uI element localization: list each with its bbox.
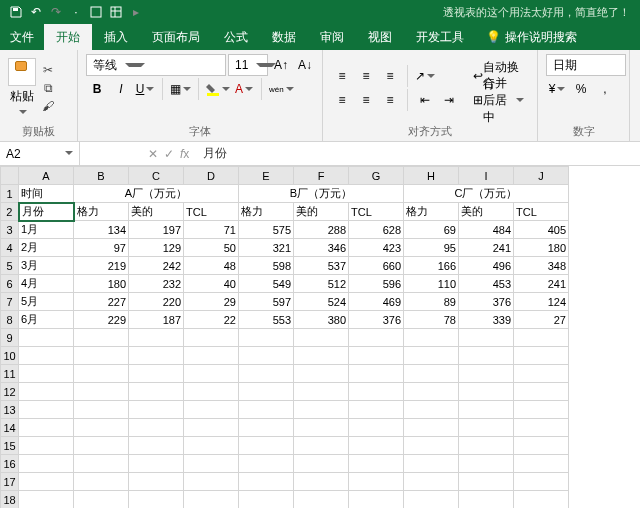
merge-center-button[interactable]: ⊞ 合并后居中 [468,89,529,111]
percent-icon[interactable]: % [570,78,592,100]
row-header[interactable]: 3 [1,221,19,239]
cell[interactable] [514,383,569,401]
tell-me[interactable]: 💡操作说明搜索 [476,24,587,50]
cell[interactable] [459,383,514,401]
cell[interactable] [459,491,514,509]
cell[interactable] [239,491,294,509]
cell[interactable]: 512 [294,275,349,293]
row-header[interactable]: 13 [1,401,19,419]
cell[interactable] [349,401,404,419]
number-format-select[interactable]: 日期 [546,54,626,76]
cell[interactable]: 575 [239,221,294,239]
cell[interactable]: 453 [459,275,514,293]
cell[interactable]: TCL [349,203,404,221]
cell[interactable] [404,365,459,383]
cell[interactable] [129,365,184,383]
cell[interactable]: 格力 [74,203,129,221]
cell[interactable]: 524 [294,293,349,311]
cell[interactable]: 40 [184,275,239,293]
underline-button[interactable]: U [134,78,156,100]
cell[interactable]: 376 [459,293,514,311]
cell[interactable] [459,401,514,419]
tab-formulas[interactable]: 公式 [212,24,260,50]
cell[interactable] [349,383,404,401]
cell[interactable]: 时间 [19,185,74,203]
cell[interactable] [349,347,404,365]
font-color-button[interactable]: A [233,78,255,100]
cell[interactable] [514,455,569,473]
cell[interactable] [74,347,129,365]
cell[interactable]: 197 [129,221,184,239]
cell[interactable]: 241 [514,275,569,293]
cell[interactable]: 95 [404,239,459,257]
paste-button[interactable]: 粘贴 [8,58,36,118]
cell[interactable] [74,383,129,401]
cell[interactable]: 346 [294,239,349,257]
col-header[interactable]: I [459,167,514,185]
cell[interactable] [19,455,74,473]
increase-font-icon[interactable]: A↑ [270,54,292,76]
col-header[interactable]: C [129,167,184,185]
cell[interactable]: 美的 [129,203,184,221]
col-header[interactable]: H [404,167,459,185]
tab-insert[interactable]: 插入 [92,24,140,50]
indent-decrease-icon[interactable]: ⇤ [414,89,436,111]
cell[interactable] [129,329,184,347]
formula-input[interactable]: 月份 [197,145,640,162]
cell[interactable] [74,329,129,347]
cell[interactable]: 660 [349,257,404,275]
select-all[interactable] [1,167,19,185]
name-box[interactable]: A2 [0,142,80,165]
cell[interactable] [74,401,129,419]
enter-icon[interactable]: ✓ [164,147,174,161]
row-header[interactable]: 5 [1,257,19,275]
cell[interactable] [184,473,239,491]
new-sheet-icon[interactable] [86,2,106,22]
row-header[interactable]: 2 [1,203,19,221]
cell[interactable] [294,491,349,509]
format-painter-icon[interactable]: 🖌 [40,98,56,114]
cell[interactable] [74,365,129,383]
cell[interactable] [349,455,404,473]
cell[interactable]: 553 [239,311,294,329]
cell[interactable] [294,329,349,347]
cell[interactable]: 180 [514,239,569,257]
cell[interactable]: 241 [459,239,514,257]
col-header[interactable]: G [349,167,404,185]
cancel-icon[interactable]: ✕ [148,147,158,161]
phonetic-button[interactable]: wén [268,78,295,100]
cell[interactable] [404,437,459,455]
cell[interactable] [404,473,459,491]
cell[interactable] [294,419,349,437]
italic-button[interactable]: I [110,78,132,100]
cell[interactable] [459,365,514,383]
cell[interactable]: 597 [239,293,294,311]
cell[interactable]: TCL [514,203,569,221]
currency-icon[interactable]: ¥ [546,78,568,100]
indent-increase-icon[interactable]: ⇥ [438,89,460,111]
cell[interactable] [459,329,514,347]
cell[interactable] [129,437,184,455]
tab-data[interactable]: 数据 [260,24,308,50]
cell[interactable] [404,383,459,401]
cell[interactable] [349,365,404,383]
cell[interactable]: 628 [349,221,404,239]
cell[interactable] [129,419,184,437]
row-header[interactable]: 6 [1,275,19,293]
row-header[interactable]: 17 [1,473,19,491]
cell[interactable] [404,329,459,347]
cell[interactable]: 469 [349,293,404,311]
cell[interactable] [184,491,239,509]
cell[interactable] [129,347,184,365]
cell[interactable] [514,437,569,455]
cell[interactable]: 339 [459,311,514,329]
cell[interactable] [294,455,349,473]
tab-file[interactable]: 文件 [0,24,44,50]
cell[interactable] [239,437,294,455]
row-header[interactable]: 18 [1,491,19,509]
row-header[interactable]: 1 [1,185,19,203]
cell[interactable] [184,329,239,347]
cell[interactable] [74,419,129,437]
row-header[interactable]: 16 [1,455,19,473]
cell[interactable] [514,365,569,383]
